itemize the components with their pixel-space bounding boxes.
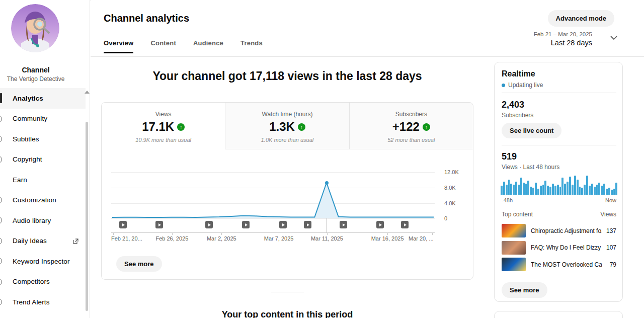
gridline bbox=[111, 218, 435, 219]
realtime-bar bbox=[603, 184, 605, 195]
tab-trends[interactable]: Trends bbox=[240, 39, 263, 53]
sidebar-item-community[interactable]: Community bbox=[0, 109, 86, 129]
realtime-bar bbox=[520, 178, 522, 195]
clipped-menu-icon bbox=[0, 135, 2, 142]
x-axis-tick-label: Mar 7, 2025 bbox=[264, 235, 294, 242]
overview-chart-card: Views17.1K↑10.9K more than usualWatch ti… bbox=[101, 102, 473, 280]
metric-label: Watch time (hours) bbox=[225, 111, 349, 118]
video-views-count: 137 bbox=[602, 227, 616, 234]
metric-card-views[interactable]: Views17.1K↑10.9K more than usual bbox=[102, 103, 225, 149]
realtime-bar bbox=[572, 185, 574, 195]
x-axis-tick-label: Feb 26, 2025 bbox=[155, 235, 188, 242]
sidebar-item-earn[interactable]: Earn bbox=[0, 170, 86, 190]
metric-card-subscribers[interactable]: Subscribers+122↑52 more than usual bbox=[350, 103, 473, 149]
video-publish-marker-icon[interactable] bbox=[279, 221, 287, 228]
date-range-picker[interactable]: Feb 21 – Mar 20, 2025 Last 28 days bbox=[534, 31, 592, 47]
sidebar-item-copyright[interactable]: Copyright bbox=[0, 149, 86, 170]
realtime-bar bbox=[611, 190, 613, 195]
axis-left-label: -48h bbox=[502, 197, 513, 203]
advanced-mode-button[interactable]: Advanced mode bbox=[548, 10, 614, 27]
channel-sidebar: Channel The Vertigo Detective AnalyticsC… bbox=[0, 0, 90, 318]
sidebar-item-label: Analytics bbox=[13, 95, 43, 102]
realtime-bar bbox=[584, 185, 586, 195]
realtime-bar bbox=[561, 178, 564, 195]
top-content-row[interactable]: Chiropractic Adjustment fo...137 bbox=[502, 222, 616, 240]
sidebar-item-daily-ideas[interactable]: Daily Ideas bbox=[0, 231, 86, 252]
x-axis-tick-label: Mar 20, ... bbox=[409, 235, 434, 242]
sidebar-item-label: Competitors bbox=[13, 278, 50, 285]
channel-avatar[interactable] bbox=[11, 4, 59, 52]
realtime-bar bbox=[547, 186, 549, 195]
tab-content[interactable]: Content bbox=[150, 39, 176, 53]
realtime-bar bbox=[549, 187, 551, 195]
realtime-bar bbox=[589, 186, 591, 195]
top-content-header-row: Top content Views bbox=[502, 211, 616, 218]
top-content-row[interactable]: FAQ: Why Do I Feel Dizzy W...107 bbox=[502, 240, 616, 257]
views-headline: Your channel got 17,118 views in the las… bbox=[101, 69, 473, 83]
realtime-bar bbox=[518, 185, 520, 195]
realtime-bar bbox=[506, 185, 508, 195]
metric-value-row: 1.3K↑ bbox=[225, 120, 349, 134]
x-axis-tick-label: Mar 2, 2025 bbox=[207, 235, 236, 242]
axis-tick bbox=[172, 232, 173, 235]
sidebar-item-keyword-inspector[interactable]: Keyword Inspector bbox=[0, 251, 86, 272]
video-publish-marker-icon[interactable] bbox=[340, 221, 347, 228]
sidebar-item-subtitles[interactable]: Subtitles bbox=[0, 129, 86, 149]
see-live-count-button[interactable]: See live count bbox=[502, 123, 561, 138]
sidebar-item-analytics[interactable]: Analytics bbox=[0, 88, 86, 109]
external-link-icon bbox=[72, 238, 79, 245]
realtime-title: Realtime bbox=[502, 69, 535, 78]
axis-tick bbox=[221, 232, 222, 235]
clipped-menu-icon bbox=[0, 217, 2, 224]
realtime-bar bbox=[537, 189, 539, 195]
play-icon bbox=[379, 223, 382, 226]
top-content-list: Chiropractic Adjustment fo...137FAQ: Why… bbox=[502, 222, 616, 273]
realtime-subscribers-label: Subscribers bbox=[502, 112, 533, 119]
sidebar-item-label: Audio library bbox=[13, 217, 51, 224]
realtime-bar bbox=[508, 180, 510, 195]
sidebar-item-customization[interactable]: Customization bbox=[0, 190, 86, 211]
tab-audience[interactable]: Audience bbox=[193, 39, 223, 53]
tab-overview[interactable]: Overview bbox=[104, 39, 133, 53]
video-publish-marker-icon[interactable] bbox=[119, 221, 127, 228]
realtime-bar bbox=[591, 184, 593, 195]
divider bbox=[502, 145, 616, 145]
metric-value-row: 17.1K↑ bbox=[102, 120, 225, 134]
video-publish-marker-icon[interactable] bbox=[376, 221, 384, 228]
play-icon bbox=[208, 223, 211, 226]
realtime-see-more-button[interactable]: See more bbox=[502, 282, 547, 298]
sidebar-scrollbar[interactable] bbox=[86, 122, 88, 311]
axis-tick bbox=[113, 232, 114, 235]
realtime-bar bbox=[513, 185, 515, 195]
axis-tick bbox=[432, 232, 433, 235]
video-publish-marker-icon[interactable] bbox=[205, 221, 213, 228]
realtime-bar bbox=[615, 183, 617, 195]
realtime-card: Realtime Updating live 2,403 Subscribers… bbox=[494, 62, 623, 302]
y-axis-tick-label: 0 bbox=[444, 215, 464, 221]
realtime-bar bbox=[574, 176, 576, 195]
x-axis-tick-label: Mar 11, 2025 bbox=[311, 235, 343, 242]
sidebar-item-audio-library[interactable]: Audio library bbox=[0, 210, 86, 231]
metric-value: +122 bbox=[392, 120, 420, 134]
video-publish-marker-icon[interactable] bbox=[242, 221, 250, 228]
clipped-menu-icon bbox=[0, 258, 2, 265]
sidebar-item-competitors[interactable]: Competitors bbox=[0, 272, 86, 292]
top-content-row[interactable]: The MOST Overlooked Caus...79 bbox=[502, 256, 616, 273]
chevron-down-icon[interactable] bbox=[610, 35, 618, 40]
video-publish-marker-icon[interactable] bbox=[401, 221, 409, 228]
video-publish-marker-icon[interactable] bbox=[304, 221, 311, 228]
play-icon bbox=[245, 223, 248, 226]
divider bbox=[502, 93, 616, 93]
realtime-bar bbox=[552, 184, 554, 195]
scroll-up-arrow-icon[interactable] bbox=[85, 91, 90, 94]
play-icon bbox=[122, 223, 125, 226]
sidebar-item-trend-alerts[interactable]: Trend Alerts bbox=[0, 292, 86, 312]
date-range-text: Feb 21 – Mar 20, 2025 bbox=[534, 31, 592, 37]
video-publish-marker-icon[interactable] bbox=[155, 221, 163, 228]
metric-card-watch-time-hours-[interactable]: Watch time (hours)1.3K↑1.0K more than us… bbox=[225, 103, 349, 149]
sidebar-item-label: Keyword Inspector bbox=[13, 258, 70, 265]
sidebar-menu: AnalyticsCommunitySubtitlesCopyrightEarn… bbox=[0, 88, 86, 312]
realtime-bar bbox=[544, 181, 546, 195]
peak-data-point[interactable] bbox=[325, 181, 329, 185]
see-more-button[interactable]: See more bbox=[116, 256, 162, 272]
